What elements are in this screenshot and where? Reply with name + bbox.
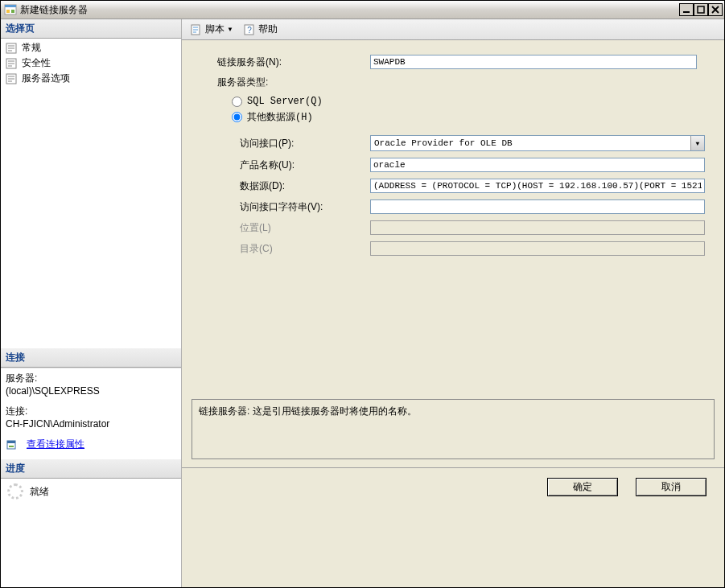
minimize-button[interactable]: [679, 3, 694, 16]
product-name-label: 产品名称(U):: [240, 158, 370, 172]
ok-button[interactable]: 确定: [547, 478, 618, 496]
script-button[interactable]: 脚本 ▼: [187, 21, 237, 38]
svg-rect-2: [6, 10, 10, 13]
server-label: 服务器:: [6, 372, 176, 385]
connection-value: CH-FJICN\Administrator: [6, 418, 176, 430]
svg-rect-4: [683, 11, 690, 13]
provider-selected-value: Oracle Provider for OLE DB: [371, 138, 690, 148]
close-button[interactable]: [708, 3, 723, 16]
chevron-down-icon: ▼: [227, 26, 233, 33]
script-icon: [190, 23, 203, 36]
progress-spinner-icon: [7, 483, 23, 500]
svg-text:?: ?: [247, 26, 252, 35]
radio-sqlserver[interactable]: [232, 97, 242, 107]
chevron-down-icon[interactable]: ▼: [690, 136, 704, 150]
location-input: [370, 220, 705, 235]
form-area: 链接服务器(N): 服务器类型: SQL Server(Q) 其他数据源(H): [182, 40, 724, 270]
view-connection-properties-link[interactable]: 查看连接属性: [27, 438, 84, 451]
linked-server-input[interactable]: [370, 55, 697, 69]
sidebar-item-general[interactable]: 常规: [1, 40, 181, 56]
catalog-label: 目录(C): [240, 242, 370, 256]
server-type-label: 服务器类型:: [217, 76, 705, 89]
radio-other-label: 其他数据源(H): [247, 110, 313, 124]
connection-panel: 服务器: (local)\SQLEXPRESS 连接: CH-FJICN\Adm…: [1, 368, 181, 459]
window-controls: [679, 3, 723, 16]
product-name-input[interactable]: [370, 158, 705, 172]
provider-label: 访问接口(P):: [240, 137, 370, 150]
radio-sqlserver-row[interactable]: SQL Server(Q): [232, 96, 705, 107]
dialog-footer: 确定 取消: [182, 467, 724, 506]
properties-icon: [6, 438, 19, 451]
sidebar-item-server-options[interactable]: 服务器选项: [1, 71, 181, 86]
provider-string-label: 访问接口字符串(V):: [240, 200, 370, 214]
dialog-body: 选择页 常规 安全性 服务: [1, 19, 724, 587]
radio-sqlserver-label: SQL Server(Q): [247, 96, 323, 107]
page-icon: [6, 58, 19, 69]
page-icon: [6, 73, 19, 84]
data-source-input[interactable]: [370, 179, 705, 193]
dialog-window: 新建链接服务器 选择页 常规: [0, 0, 725, 588]
window-title: 新建链接服务器: [20, 3, 679, 17]
help-text-box: 链接服务器: 这是引用链接服务器时将使用的名称。: [192, 399, 715, 459]
cancel-button[interactable]: 取消: [636, 478, 706, 496]
select-page-header: 选择页: [1, 19, 181, 39]
connection-header: 连接: [1, 348, 181, 368]
help-label: 帮助: [258, 23, 278, 36]
connection-label: 连接:: [6, 405, 176, 418]
progress-header: 进度: [1, 459, 181, 479]
help-area: 链接服务器: 这是引用链接服务器时将使用的名称。: [192, 399, 715, 459]
sidebar-item-label: 安全性: [22, 56, 51, 70]
radio-other-datasource[interactable]: [232, 112, 242, 122]
svg-rect-5: [698, 6, 704, 13]
help-button[interactable]: ? 帮助: [240, 21, 281, 38]
server-value: (local)\SQLEXPRESS: [6, 385, 176, 397]
progress-panel: 就绪: [1, 479, 181, 587]
main-panel: 脚本 ▼ ? 帮助 链接服务器(N): 服务器类型:: [182, 19, 724, 587]
sidebar: 选择页 常规 安全性 服务: [1, 19, 182, 587]
script-label: 脚本: [205, 23, 225, 36]
location-label: 位置(L): [240, 221, 370, 235]
titlebar: 新建链接服务器: [1, 1, 724, 19]
sidebar-item-security[interactable]: 安全性: [1, 56, 181, 71]
sidebar-item-label: 服务器选项: [22, 72, 70, 85]
svg-rect-3: [11, 10, 14, 13]
toolbar: 脚本 ▼ ? 帮助: [182, 19, 724, 40]
help-icon: ?: [243, 23, 256, 36]
provider-select[interactable]: Oracle Provider for OLE DB ▼: [370, 135, 705, 151]
radio-other-row[interactable]: 其他数据源(H): [232, 110, 705, 124]
app-icon: [4, 3, 17, 16]
maximize-button[interactable]: [694, 3, 708, 16]
svg-rect-1: [5, 5, 16, 7]
page-list: 常规 安全性 服务器选项: [1, 39, 181, 348]
catalog-input: [370, 241, 705, 256]
sidebar-item-label: 常规: [22, 41, 41, 55]
provider-string-input[interactable]: [370, 199, 705, 214]
linked-server-label: 链接服务器(N):: [217, 56, 370, 69]
page-icon: [6, 43, 19, 54]
svg-rect-10: [7, 441, 15, 443]
progress-status: 就绪: [30, 485, 49, 499]
data-source-label: 数据源(D):: [240, 179, 370, 193]
svg-rect-11: [9, 446, 14, 447]
